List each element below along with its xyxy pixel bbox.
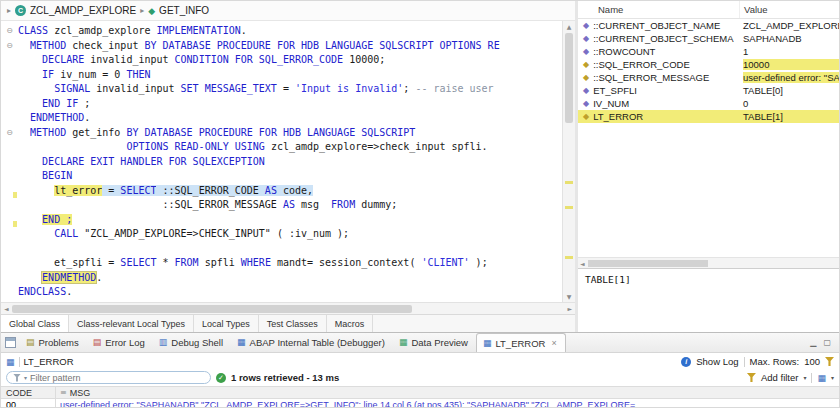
code-text: check_input <box>66 40 144 51</box>
code-text: THEN <box>126 69 150 80</box>
show-log-link[interactable]: Show Log <box>696 356 738 367</box>
variable-value-cell: 0 <box>740 98 839 109</box>
editor-tab-test-classes[interactable]: Test Classes <box>259 315 327 332</box>
code-text: IF <box>42 69 54 80</box>
editor-vertical-scrollbar[interactable]: ▲ ▼ <box>562 21 575 302</box>
chevron-down-icon[interactable]: ▾ <box>24 374 27 381</box>
fast-view-icon[interactable] <box>5 337 16 348</box>
filter-pattern-input[interactable] <box>30 373 180 383</box>
variable-row[interactable]: ◆LT_ERRORTABLE[1] <box>578 110 839 123</box>
editor-tab-local-types[interactable]: Local Types <box>194 315 259 332</box>
close-icon[interactable]: × <box>551 338 556 348</box>
code-line[interactable]: END ; <box>1 213 562 228</box>
variable-icon: ◆ <box>583 112 589 121</box>
minimize-icon[interactable]: ▁ <box>810 338 816 347</box>
max-rows-value[interactable]: 100 <box>804 356 820 367</box>
code-line[interactable]: ⊖ METHOD check_input BY DATABASE PROCEDU… <box>1 39 562 54</box>
code-line[interactable]: SIGNAL invalid_input SET MESSAGE_TEXT = … <box>1 82 562 97</box>
view-tab-abap-internal-table-debugger-[interactable]: ABAP Internal Table (Debugger) <box>231 333 393 352</box>
code-line[interactable]: IF iv_num = 0 THEN <box>1 68 562 83</box>
editor-tab-class-relevant-local-types[interactable]: Class-relevant Local Types <box>69 315 194 332</box>
tabbar-controls: ▁ ▢ <box>810 338 839 352</box>
editor-horizontal-scrollbar[interactable]: ◄ ► <box>1 302 575 314</box>
variable-value: ZCL_AMDP_EXPLORE=>GET_INFO <box>743 20 839 31</box>
editor-tab-global-class[interactable]: Global Class <box>1 315 69 332</box>
variable-row[interactable]: ◆::ROWCOUNT1 <box>578 45 839 58</box>
fold-toggle-icon[interactable]: ⊖ <box>1 24 18 39</box>
code-line[interactable]: lt_error = SELECT ::SQL_ERROR_CODE AS co… <box>1 184 562 199</box>
debug-shell-icon <box>159 338 168 347</box>
breadcrumb-class[interactable]: ZCL_AMDP_EXPLORE <box>30 5 136 16</box>
variables-name-column-header[interactable]: Name <box>578 1 740 18</box>
code-line[interactable] <box>1 242 562 257</box>
table-settings-icon[interactable]: ▦ <box>817 373 826 383</box>
code-line[interactable]: ⊖CLASS zcl_amdp_explore IMPLEMENTATION. <box>1 24 562 39</box>
variable-row[interactable]: ◆ET_SPFLITABLE[0] <box>578 84 839 97</box>
variable-row[interactable]: ◆IV_NUM0 <box>578 97 839 110</box>
variable-icon: ◆ <box>583 21 589 30</box>
variables-value-column-header[interactable]: Value <box>740 4 839 15</box>
variable-value-cell: ZCL_AMDP_EXPLORE=>GET_INFO <box>740 20 839 31</box>
fold-toggle-icon[interactable]: ⊖ <box>1 39 18 54</box>
filter-valid-icon: ✓ <box>216 373 226 383</box>
code-line[interactable]: ENDCLASS. <box>1 285 562 300</box>
variables-horizontal-scrollbar[interactable]: ◄ <box>578 257 839 268</box>
add-filter-button[interactable]: Add filter <box>761 372 799 383</box>
code-line[interactable]: ⊖ METHOD get_info BY DATABASE PROCEDURE … <box>1 126 562 141</box>
scrollbar-thumb[interactable] <box>12 305 412 313</box>
view-tab-lt-error[interactable]: LT_ERROR× <box>476 333 566 352</box>
collapse-arrow-icon[interactable]: ▸ <box>7 6 11 15</box>
result-row[interactable]: 00user-defined error: "SAPHANADB"."ZCL_A… <box>1 399 839 407</box>
maximize-icon[interactable]: ▢ <box>823 338 831 347</box>
chevron-down-icon[interactable]: ▾ <box>831 374 834 381</box>
code-editor[interactable]: ⊖CLASS zcl_amdp_explore IMPLEMENTATION.⊖… <box>1 21 562 302</box>
msg-column-header[interactable]: ≡ MSG <box>56 387 839 398</box>
variable-row[interactable]: ◆::CURRENT_OBJECT_NAMEZCL_AMDP_EXPLORE=>… <box>578 19 839 32</box>
code-text: . <box>96 272 102 283</box>
variable-row[interactable]: ◆::CURRENT_OBJECT_SCHEMASAPHANADB <box>578 32 839 45</box>
view-tab-error-log[interactable]: Error Log <box>87 333 153 352</box>
scrollbar-thumb[interactable] <box>588 260 708 267</box>
fold-toggle-icon[interactable]: ⊖ <box>1 126 18 141</box>
code-line[interactable]: END IF ; <box>1 97 562 112</box>
code-text: code, <box>277 185 313 196</box>
variable-name: ET_SPFLI <box>593 85 637 96</box>
code-line[interactable]: CALL "ZCL_AMDP_EXPLORE=>CHECK_INPUT" ( :… <box>1 227 562 242</box>
text-type-icon: ≡ <box>60 388 67 397</box>
view-tab-data-preview[interactable]: Data Preview <box>393 333 476 352</box>
code-line[interactable]: et_spfli = SELECT * FROM spfli WHERE man… <box>1 256 562 271</box>
code-line[interactable]: DECLARE invalid_input CONDITION FOR SQL_… <box>1 53 562 68</box>
variable-value-cell: 10000 <box>740 59 839 70</box>
chevron-down-icon[interactable]: ▾ <box>803 374 806 381</box>
variable-icon: ◆ <box>583 99 589 108</box>
result-table: CODE ≡ MSG 00user-defined error: "SAPHAN… <box>1 386 839 407</box>
code-line[interactable]: ::SQL_ERROR_MESSAGE AS msg FROM dummy; <box>1 198 562 213</box>
scroll-up-icon[interactable]: ▲ <box>563 23 575 30</box>
editor-tab-macros[interactable]: Macros <box>327 315 374 332</box>
scroll-left-icon[interactable]: ◄ <box>580 260 585 267</box>
breadcrumb-method[interactable]: GET_INFO <box>159 5 209 16</box>
variable-row[interactable]: ◆::SQL_ERROR_CODE10000 <box>578 58 839 71</box>
result-msg-cell: user-defined error: "SAPHANADB"."ZCL_AMD… <box>56 399 839 407</box>
filter-icon[interactable] <box>825 357 834 366</box>
code-column-header[interactable]: CODE <box>1 387 56 398</box>
code-line[interactable]: ENDMETHOD. <box>1 271 562 286</box>
data-preview-icon <box>399 338 408 347</box>
code-text <box>18 54 42 65</box>
scroll-right-icon[interactable]: ► <box>567 305 572 312</box>
scroll-down-icon[interactable]: ▼ <box>563 293 575 300</box>
view-tab-problems[interactable]: Problems <box>20 333 87 352</box>
scrollbar-thumb[interactable] <box>565 33 573 123</box>
code-line[interactable]: BEGIN <box>1 169 562 184</box>
code-line[interactable]: ENDMETHOD. <box>1 111 562 126</box>
variable-value-cell: user-defined error: "SAPHANADB"."ZCL_AMD… <box>740 72 839 83</box>
code-text <box>18 98 42 109</box>
code-line[interactable]: DECLARE EXIT HANDLER FOR SQLEXCEPTION <box>1 155 562 170</box>
variable-row[interactable]: ◆::SQL_ERROR_MESSAGEuser-defined error: … <box>578 71 839 84</box>
code-line[interactable]: OPTIONS READ-ONLY USING zcl_amdp_explore… <box>1 140 562 155</box>
view-tab-debug-shell[interactable]: Debug Shell <box>153 333 231 352</box>
result-toolbar-right: i Show Log Max. Rows: 100 <box>681 356 834 367</box>
code-text: ENDMETHOD <box>30 112 84 123</box>
scroll-left-icon[interactable]: ◄ <box>4 305 9 312</box>
filter-pattern-box[interactable]: ▾ <box>6 371 211 384</box>
